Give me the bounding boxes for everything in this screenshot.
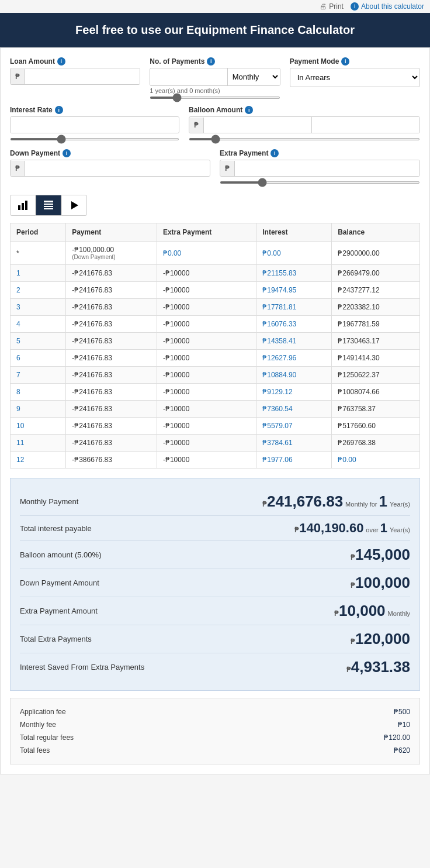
- monthly-fee-label: Monthly fee: [20, 721, 56, 729]
- col-header-balance: Balance: [332, 223, 420, 242]
- period-link[interactable]: 5: [16, 337, 20, 345]
- table-tab[interactable]: [36, 195, 61, 216]
- balloon-amount-info-icon[interactable]: i: [245, 106, 253, 114]
- payment-mode-select[interactable]: In Arrears In Advance: [290, 68, 420, 87]
- interest-saved-row: Interest Saved From Extra Payments ₱4,93…: [20, 653, 410, 681]
- balloon-amount-label: Balloon Amount i: [189, 106, 420, 114]
- amortization-table: Period Payment Extra Payment Interest Ba…: [10, 223, 420, 469]
- svg-rect-0: [18, 205, 20, 210]
- svg-marker-7: [71, 201, 78, 209]
- table-row: 10-₱241676.83-₱10000₱5579.07₱517660.60: [11, 418, 420, 435]
- period-cell[interactable]: 1: [11, 265, 66, 282]
- period-cell[interactable]: 2: [11, 282, 66, 299]
- down-payment-info-icon[interactable]: i: [63, 149, 71, 157]
- balloon-summary-label: Balloon amount (5.00%): [20, 550, 101, 559]
- svg-rect-3: [44, 201, 53, 202]
- payment-cell: -₱241676.83: [66, 265, 157, 282]
- num-payments-info-icon[interactable]: i: [207, 57, 215, 66]
- period-cell[interactable]: 3: [11, 299, 66, 316]
- application-fee-row: Application fee ₱500: [20, 705, 410, 718]
- period-link[interactable]: 8: [16, 388, 20, 396]
- chart-tab[interactable]: [10, 195, 36, 216]
- loan-amount-input[interactable]: 3,000,000: [25, 68, 140, 84]
- balloon-percent-input[interactable]: 5.00%: [311, 117, 419, 133]
- down-payment-summary-value: ₱100,000: [351, 574, 410, 592]
- chart-icon: [18, 200, 28, 211]
- period-cell[interactable]: 4: [11, 316, 66, 333]
- balance-cell: ₱517660.60: [332, 418, 420, 435]
- extra-payment-info-icon[interactable]: i: [271, 149, 279, 157]
- num-payments-slider[interactable]: [150, 97, 280, 99]
- payment-mode-label: Payment Mode i: [290, 57, 420, 66]
- total-fees-label: Total fees: [20, 746, 50, 755]
- table-row: 11-₱241676.83-₱10000₱3784.61₱269768.38: [11, 435, 420, 452]
- num-payments-input[interactable]: 12: [150, 69, 227, 85]
- about-label: About this calculator: [361, 2, 424, 11]
- period-link[interactable]: 7: [16, 371, 20, 379]
- table-row: *-₱100,000.00(Down Payment)₱0.00₱0.00₱29…: [11, 242, 420, 265]
- extra-payment-input-group: ₱ 10,000: [220, 160, 420, 177]
- extra-payment-slider[interactable]: [220, 181, 420, 184]
- period-link[interactable]: 9: [16, 405, 20, 413]
- balloon-value-input[interactable]: 145,000: [204, 117, 311, 133]
- balance-cell: ₱2669479.00: [332, 265, 420, 282]
- period-cell[interactable]: 7: [11, 367, 66, 384]
- period-link[interactable]: 11: [16, 439, 24, 447]
- interest-rate-info-icon[interactable]: i: [55, 106, 63, 114]
- play-tab[interactable]: [61, 195, 87, 216]
- interest-cell: ₱12627.96: [256, 350, 332, 367]
- about-button[interactable]: i About this calculator: [351, 2, 424, 11]
- down-payment-input[interactable]: 100,000: [25, 160, 210, 176]
- print-button[interactable]: 🖨 Print: [320, 2, 344, 11]
- payment-cell: -₱241676.83: [66, 367, 157, 384]
- down-payment-summary-row: Down Payment Amount ₱100,000: [20, 569, 410, 597]
- interest-rate-slider[interactable]: [10, 138, 179, 140]
- loan-amount-label: Loan Amount i: [10, 57, 140, 66]
- total-interest-label: Total interest payable: [20, 524, 92, 533]
- extra-payment-prefix: ₱: [220, 161, 235, 176]
- total-interest-row: Total interest payable ₱140,190.60 over …: [20, 516, 410, 541]
- payment-cell: -₱241676.83: [66, 316, 157, 333]
- interest-rate-input[interactable]: 8.75%: [11, 117, 179, 133]
- form-row-2: Interest Rate i 8.75% Balloon Amount i ₱…: [10, 106, 420, 142]
- svg-rect-2: [25, 201, 27, 210]
- loan-amount-info-icon[interactable]: i: [57, 57, 65, 66]
- period-link[interactable]: 12: [16, 456, 24, 464]
- period-link[interactable]: 4: [16, 320, 20, 328]
- period-cell[interactable]: 11: [11, 435, 66, 452]
- payment-mode-info-icon[interactable]: i: [341, 57, 349, 66]
- period-cell[interactable]: 8: [11, 384, 66, 401]
- svg-rect-6: [44, 208, 53, 209]
- period-link[interactable]: 6: [16, 354, 20, 362]
- balloon-slider[interactable]: [189, 138, 420, 140]
- extra-payment-input[interactable]: 10,000: [235, 160, 419, 176]
- balance-cell: ₱2203382.10: [332, 299, 420, 316]
- balance-cell: ₱269768.38: [332, 435, 420, 452]
- extra-payment-label: Extra Payment i: [220, 149, 420, 157]
- num-payments-input-group: 12 Monthly Fortnightly Weekly: [150, 68, 280, 86]
- balloon-prefix: ₱: [189, 118, 204, 133]
- period-cell[interactable]: 6: [11, 350, 66, 367]
- payment-mode-group: Payment Mode i In Arrears In Advance: [290, 57, 420, 99]
- period-cell[interactable]: 10: [11, 418, 66, 435]
- payment-cell: -₱241676.83: [66, 350, 157, 367]
- period-link[interactable]: 2: [16, 286, 20, 294]
- period-link[interactable]: 10: [16, 422, 24, 430]
- view-tabs: [10, 195, 420, 216]
- interest-cell: ₱7360.54: [256, 401, 332, 418]
- header-title: Feel free to use our Equipment Finance C…: [75, 23, 355, 36]
- down-payment-label: Down Payment i: [10, 149, 210, 157]
- extra-payment-cell: -₱10000: [157, 418, 256, 435]
- period-cell[interactable]: 12: [11, 452, 66, 469]
- period-cell[interactable]: 5: [11, 333, 66, 350]
- play-icon: [69, 200, 79, 211]
- period-cell[interactable]: 9: [11, 401, 66, 418]
- svg-rect-5: [44, 206, 53, 207]
- down-payment-group: Down Payment i ₱ 100,000: [10, 149, 210, 185]
- total-extra-value: ₱120,000: [351, 630, 410, 648]
- frequency-select[interactable]: Monthly Fortnightly Weekly: [227, 68, 280, 85]
- extra-payment-summary-label: Extra Payment Amount: [20, 607, 98, 615]
- extra-payment-cell: -₱10000: [157, 435, 256, 452]
- period-link[interactable]: 3: [16, 303, 20, 311]
- period-link[interactable]: 1: [16, 269, 20, 277]
